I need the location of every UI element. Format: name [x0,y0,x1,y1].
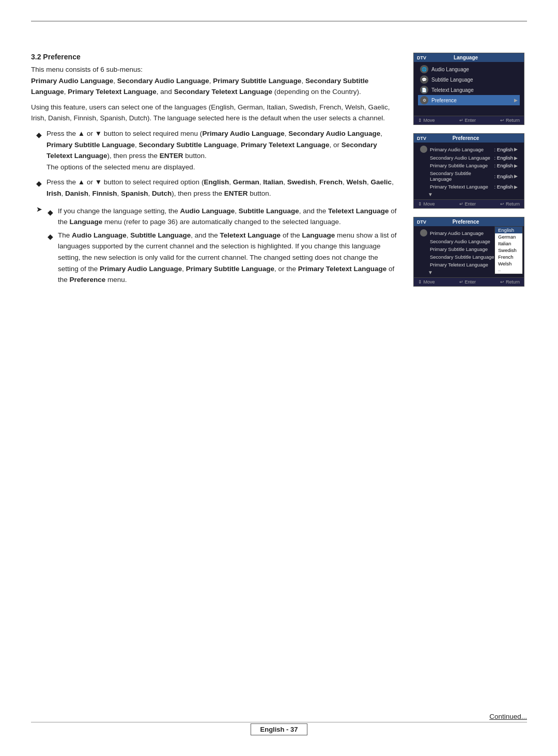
sub-diamond-2: ◆ [48,231,55,242]
pref-arrow: ▶ [514,98,518,103]
panel-1-footer: ⇕ Move ↵ Enter ↩ Return [414,116,524,124]
description-text: Using this feature, users can select one… [31,102,398,124]
main-content: 3.2 Preference This menu consists of 6 s… [31,53,398,292]
panel-1-title: Language [454,55,478,60]
panel-2-footer: ⇕ Move ↵ Enter ↩ Return [414,199,524,208]
diamond-icon-2: ◆ [36,178,43,189]
footer-enter-1: ↵ Enter [459,118,476,123]
panel-1-header: DTV Language [414,53,524,62]
footer-enter-2: ↵ Enter [459,201,476,207]
bullet-list: ◆ Press the ▲ or ▼ button to select requ… [36,128,398,199]
footer-enter-3: ↵ Enter [459,279,476,285]
dropdown-scrollbar: – [495,267,522,274]
panel-2-row-2: Primary Subtitle Language : English ▶ [418,162,520,169]
panel-1-body: 🌐 Audio Language 💬 Subtitle Language 📄 T… [414,62,524,116]
panel-2-row-3: Secondary Subtitle Language : English ▶ [418,169,520,183]
tv-panels: DTV Language 🌐 Audio Language 💬 Subtitle… [413,53,527,292]
page-number-box: English - 37 [251,723,308,735]
dropdown-opt-german: German [495,233,522,240]
footer-move-1: ⇕ Move [418,118,435,123]
panel-3-body: Primary Audio Language Secondary Audio L… [414,226,524,277]
section-heading: 3.2 Preference [31,53,398,61]
sub-diamond-1: ◆ [48,207,55,218]
panel-2-row-4: Primary Teletext Language : English ▶ [418,183,520,191]
panel-3-title: Preference [453,219,479,225]
sub-bullet-2: ◆ The Audio Language, Subtitle Language,… [48,230,398,286]
section-number: 3.2 Preference [31,53,81,61]
arrow-icon: ➤ [36,203,45,215]
footer-return-3: ↩ Return [500,279,520,285]
pref3-row-icon-0 [420,229,427,237]
dropdown-opt-welsh: Welsh [495,260,522,267]
dropdown-opt-swedish: Swedish [495,247,522,254]
audio-icon: 🌐 [420,65,428,73]
footer-move-2: ⇕ Move [418,201,435,207]
panel-2-row-1: Secondary Audio Language : English ▶ [418,154,520,162]
panel-3-dtv: DTV [417,219,426,225]
panel-1-row-audio: 🌐 Audio Language [418,64,520,74]
sub-text-2: The Audio Language, Subtitle Language, a… [58,230,398,286]
pref-row-icon-0 [420,146,427,153]
footer-move-3: ⇕ Move [418,279,435,285]
panel-2-title: Preference [453,135,479,141]
panel-2-more: ▼ [418,191,520,197]
sub-text-1: If you change the language setting, the … [58,206,398,228]
bullet-item-2: ◆ Press the ▲ or ▼ button to select requ… [36,177,398,199]
bullet-text-2: Press the ▲ or ▼ button to select requir… [47,177,398,199]
arrow-content: ◆ If you change the language setting, th… [48,203,398,288]
arrow-section: ➤ ◆ If you change the language setting, … [36,203,398,288]
dropdown-opt-italian: Italian [495,240,522,247]
diamond-icon-1: ◆ [36,129,43,140]
dropdown-overlay: English German Italian Swedish French We… [494,226,523,274]
bullet-text-1: Press the ▲ or ▼ button to select requir… [47,128,398,172]
bullet-item-1: ◆ Press the ▲ or ▼ button to select requ… [36,128,398,172]
continued-text: Continued... [0,713,558,720]
tv-panel-3: DTV Preference Primary Audio Language Se… [413,217,524,287]
panel-2-row-0: Primary Audio Language : English ▶ [418,145,520,154]
footer-return-2: ↩ Return [500,201,520,207]
page-footer: Continued... English - 37 [0,713,558,735]
subtitle-icon: 💬 [420,75,428,84]
panel-1-row-teletext: 📄 Teletext Language [418,85,520,95]
pref-icon: ⚙ [420,96,428,104]
panel-1-row-preference: ⚙ Preference ▶ [418,95,520,105]
teletext-icon: 📄 [420,86,428,94]
tv-panel-2: DTV Preference Primary Audio Language : … [413,133,524,209]
panel-2-header: DTV Preference [414,134,524,143]
intro-text: This menu consists of 6 sub-menus: Prima… [31,64,398,98]
panel-3-footer: ⇕ Move ↵ Enter ↩ Return [414,277,524,286]
panel-3-header: DTV Preference [414,217,524,226]
dropdown-opt-french: French [495,254,522,260]
panel-2-body: Primary Audio Language : English ▶ Secon… [414,143,524,199]
tv-panel-1: DTV Language 🌐 Audio Language 💬 Subtitle… [413,53,524,125]
sub-bullet-1: ◆ If you change the language setting, th… [48,206,398,228]
panel-1-spacer [418,105,520,114]
footer-return-1: ↩ Return [500,118,520,123]
dropdown-opt-english: English [495,227,522,233]
panel-1-row-subtitle: 💬 Subtitle Language [418,74,520,85]
panel-2-dtv: DTV [417,136,426,141]
panel-1-dtv: DTV [417,55,426,60]
